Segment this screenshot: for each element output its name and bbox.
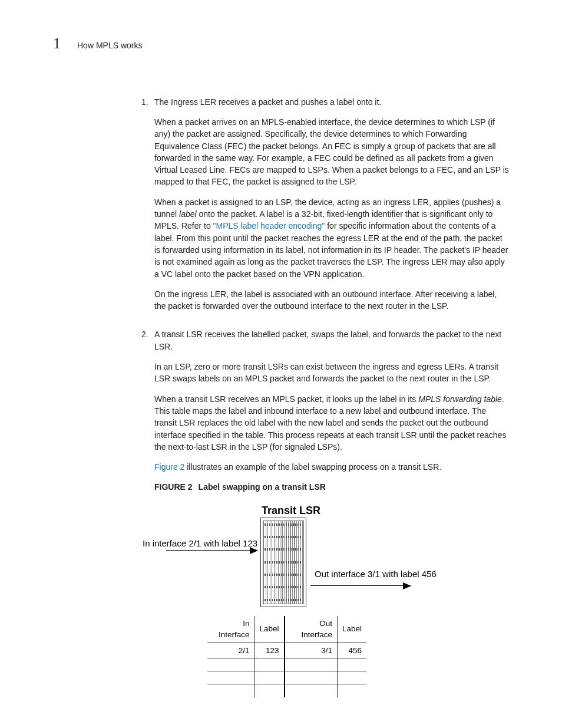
cell: 456	[338, 643, 367, 658]
arrow-out-icon	[310, 585, 411, 586]
paragraph: The Ingress LER receives a packet and pu…	[154, 96, 509, 108]
device-graphic	[263, 521, 304, 604]
table-header-row: In Interface Label Out Interface Label	[207, 616, 366, 643]
paragraph: On the ingress LER, the label is associa…	[154, 288, 509, 312]
paragraph: A transit LSR receives the labelled pack…	[154, 328, 509, 353]
chapter-number: 1	[53, 32, 61, 55]
figure: Transit LSR In interface 2/1 with label …	[148, 503, 509, 721]
col-out-interface: Out Interface	[285, 616, 338, 643]
device-icon	[260, 518, 306, 607]
arrow-in-icon	[166, 550, 257, 551]
in-interface-label: In interface 2/1 with label 123	[143, 537, 257, 550]
paragraph: When a packet arrives on an MPLS-enabled…	[154, 116, 509, 188]
paragraph: When a transit LSR receives an MPLS pack…	[154, 393, 509, 453]
table-row	[207, 658, 366, 671]
paragraph: Figure 2 illustrates an example of the l…	[154, 461, 509, 473]
col-label-out: Label	[338, 616, 367, 643]
italic-text: label	[179, 209, 197, 219]
figure-caption-text: Label swapping on a transit LSR	[199, 482, 326, 492]
figure-label: FIGURE 2	[154, 482, 193, 492]
col-label-in: Label	[254, 616, 285, 643]
page-header: 1 How MPLS works	[53, 32, 509, 55]
chapter-title: How MPLS works	[77, 39, 142, 51]
cell: 2/1	[207, 643, 254, 658]
table-row	[207, 684, 366, 697]
list-body: The Ingress LER receives a packet and pu…	[154, 96, 509, 321]
text: illustrates an example of the label swap…	[184, 462, 441, 472]
out-interface-label: Out interface 3/1 with label 456	[315, 568, 437, 581]
paragraph: In an LSP, zero or more transit LSRs can…	[154, 361, 509, 385]
list-item: 2. A transit LSR receives the labelled p…	[141, 328, 509, 720]
figure-caption: FIGURE 2Label swapping on a transit LSR	[154, 481, 509, 493]
list-body: A transit LSR receives the labelled pack…	[154, 328, 509, 720]
italic-text: MPLS forwarding table	[418, 394, 502, 404]
cross-ref-link[interactable]: "MPLS label header encoding"	[213, 221, 325, 230]
list-number: 1.	[141, 96, 154, 321]
content: 1. The Ingress LER receives a packet and…	[141, 96, 509, 721]
table-row: 2/1 123 3/1 456	[207, 643, 366, 658]
paragraph: When a packet is assigned to an LSP, the…	[154, 196, 509, 280]
cell: 3/1	[285, 643, 338, 658]
list-item: 1. The Ingress LER receives a packet and…	[141, 96, 509, 321]
cross-ref-link[interactable]: Figure 2	[154, 462, 184, 472]
col-in-interface: In Interface	[207, 616, 254, 643]
ordered-list: 1. The Ingress LER receives a packet and…	[141, 96, 509, 721]
figure-title: Transit LSR	[262, 503, 320, 518]
table-row	[207, 671, 366, 684]
text: When a transit LSR receives an MPLS pack…	[154, 394, 418, 404]
cell: 123	[254, 643, 285, 658]
page: 1 How MPLS works 1. The Ingress LER rece…	[0, 0, 562, 728]
label-table: In Interface Label Out Interface Label 2…	[207, 616, 366, 697]
